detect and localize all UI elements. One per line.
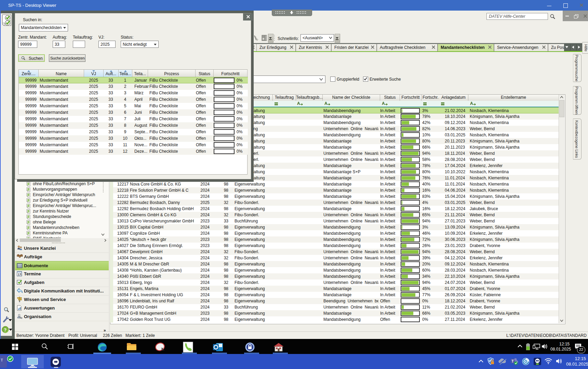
svg-text:?: ? bbox=[4, 327, 6, 332]
svg-text:T: T bbox=[512, 359, 514, 363]
